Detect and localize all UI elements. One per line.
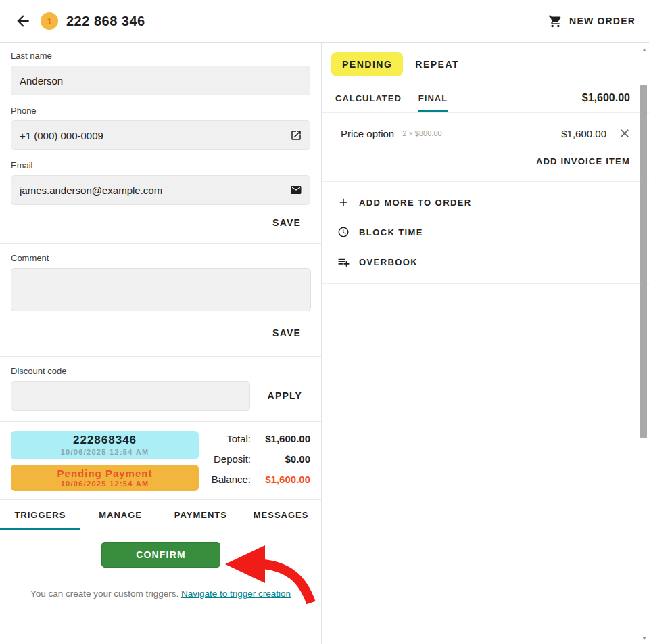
comment-save-button[interactable]: SAVE bbox=[264, 322, 309, 344]
trigger-hint: You can create your custom triggers. Nav… bbox=[0, 589, 321, 599]
add-more-to-order-button[interactable]: ADD MORE TO ORDER bbox=[322, 187, 649, 217]
apply-button[interactable]: APPLY bbox=[260, 385, 310, 407]
tab-calculated[interactable]: CALCULATED bbox=[335, 85, 402, 112]
tab-triggers[interactable]: TRIGGERS bbox=[0, 500, 80, 530]
order-summary: 222868346 10/06/2025 12:54 AM Pending Pa… bbox=[0, 422, 321, 500]
discount-section: Discount code APPLY bbox=[0, 356, 321, 422]
playlist-add-icon bbox=[337, 256, 350, 269]
add-invoice-item-button[interactable]: ADD INVOICE ITEM bbox=[536, 156, 630, 166]
deposit-value: $0.00 bbox=[258, 453, 310, 465]
invoice-item-row: Price option 2 × $800.00 $1,600.00 bbox=[322, 113, 649, 140]
scroll-down-icon[interactable]: ▼ bbox=[642, 636, 647, 641]
last-name-label: Last name bbox=[11, 51, 310, 61]
order-number: 222868346 bbox=[15, 434, 195, 447]
tab-pending[interactable]: PENDING bbox=[331, 52, 403, 76]
price-mode-tabs: CALCULATED FINAL $1,600.00 bbox=[322, 85, 649, 113]
confirm-button[interactable]: CONFIRM bbox=[101, 542, 220, 568]
tab-messages[interactable]: MESSAGES bbox=[241, 500, 321, 530]
scroll-up-icon[interactable]: ▲ bbox=[642, 47, 647, 53]
email-label: Email bbox=[11, 160, 310, 170]
balance-row: Balance: $1,600.00 bbox=[208, 474, 310, 485]
plus-icon bbox=[337, 196, 350, 208]
overbook-button[interactable]: OVERBOOK bbox=[322, 247, 649, 277]
triggers-tab-content: CONFIRM You can create your custom trigg… bbox=[0, 530, 321, 620]
balance-value: $1,600.00 bbox=[258, 474, 310, 485]
order-count-badge: 1 bbox=[41, 12, 58, 30]
add-more-to-order-label: ADD MORE TO ORDER bbox=[359, 198, 472, 208]
cart-icon bbox=[548, 14, 562, 28]
payment-status-badge[interactable]: Pending Payment 10/06/2025 12:54 AM bbox=[11, 465, 199, 491]
trigger-creation-link[interactable]: Navigate to trigger creation bbox=[181, 589, 291, 599]
tab-manage[interactable]: MANAGE bbox=[80, 500, 161, 530]
contact-form: Last name Phone Email bbox=[0, 43, 321, 244]
phone-field-group: Phone bbox=[11, 106, 310, 150]
discount-input[interactable] bbox=[11, 381, 250, 411]
last-name-field-group: Last name bbox=[11, 51, 310, 95]
email-field-group: Email bbox=[11, 160, 310, 205]
balance-label: Balance: bbox=[212, 474, 251, 485]
invoice-item-amount: $1,600.00 bbox=[561, 128, 606, 139]
phone-input[interactable] bbox=[11, 120, 310, 150]
scrollbar-thumb[interactable] bbox=[640, 85, 647, 438]
block-time-label: BLOCK TIME bbox=[359, 227, 423, 237]
comment-label: Comment bbox=[11, 253, 310, 263]
page-title: 222 868 346 bbox=[66, 14, 145, 29]
order-actions: ADD MORE TO ORDER BLOCK TIME OVERBOOK bbox=[322, 182, 649, 284]
open-in-new-icon[interactable] bbox=[290, 129, 302, 141]
order-total-amount: $1,600.00 bbox=[582, 92, 630, 112]
arrow-left-icon bbox=[14, 12, 32, 30]
mail-icon[interactable] bbox=[290, 184, 302, 196]
order-number-badge[interactable]: 222868346 10/06/2025 12:54 AM bbox=[11, 431, 199, 459]
order-detail-panel: PENDING REPEAT CALCULATED FINAL $1,600.0… bbox=[322, 43, 649, 644]
overbook-label: OVERBOOK bbox=[359, 257, 418, 267]
order-status-tabs: PENDING REPEAT bbox=[322, 43, 649, 85]
trigger-hint-text: You can create your custom triggers. bbox=[30, 589, 178, 599]
back-button[interactable] bbox=[12, 10, 34, 32]
new-order-button[interactable]: NEW ORDER bbox=[548, 14, 637, 28]
bottom-tabs: TRIGGERS MANAGE PAYMENTS MESSAGES bbox=[0, 500, 321, 530]
remove-invoice-item-icon[interactable] bbox=[618, 127, 631, 140]
comment-input[interactable] bbox=[11, 268, 311, 311]
email-input[interactable] bbox=[11, 175, 310, 205]
clock-icon bbox=[337, 226, 350, 238]
total-value: $1,600.00 bbox=[258, 433, 310, 444]
total-row: Total: $1,600.00 bbox=[208, 433, 310, 444]
invoice-item-name[interactable]: Price option bbox=[341, 128, 394, 139]
comment-section: Comment SAVE bbox=[0, 244, 321, 356]
tab-repeat[interactable]: REPEAT bbox=[415, 59, 459, 70]
payment-status: Pending Payment bbox=[15, 467, 195, 479]
new-order-label: NEW ORDER bbox=[569, 16, 635, 26]
last-name-input[interactable] bbox=[11, 66, 310, 95]
right-panel-scrollbar[interactable]: ▲ ▼ bbox=[639, 43, 649, 644]
customer-panel: Last name Phone Email bbox=[0, 43, 322, 644]
tab-payments[interactable]: PAYMENTS bbox=[161, 500, 241, 530]
payment-datetime: 10/06/2025 12:54 AM bbox=[15, 480, 195, 488]
phone-label: Phone bbox=[11, 106, 310, 116]
header: 1 222 868 346 NEW ORDER bbox=[0, 0, 649, 43]
invoice-item-quantity: 2 × $800.00 bbox=[402, 129, 441, 137]
order-datetime: 10/06/2025 12:54 AM bbox=[15, 448, 195, 456]
tab-final[interactable]: FINAL bbox=[418, 85, 448, 112]
deposit-row: Deposit: $0.00 bbox=[208, 453, 310, 465]
block-time-button[interactable]: BLOCK TIME bbox=[322, 217, 649, 247]
contact-save-button[interactable]: SAVE bbox=[264, 212, 309, 233]
deposit-label: Deposit: bbox=[214, 453, 251, 465]
total-label: Total: bbox=[226, 433, 251, 444]
discount-label: Discount code bbox=[11, 366, 310, 376]
order-page: 1 222 868 346 NEW ORDER Last name Phone bbox=[0, 0, 649, 644]
